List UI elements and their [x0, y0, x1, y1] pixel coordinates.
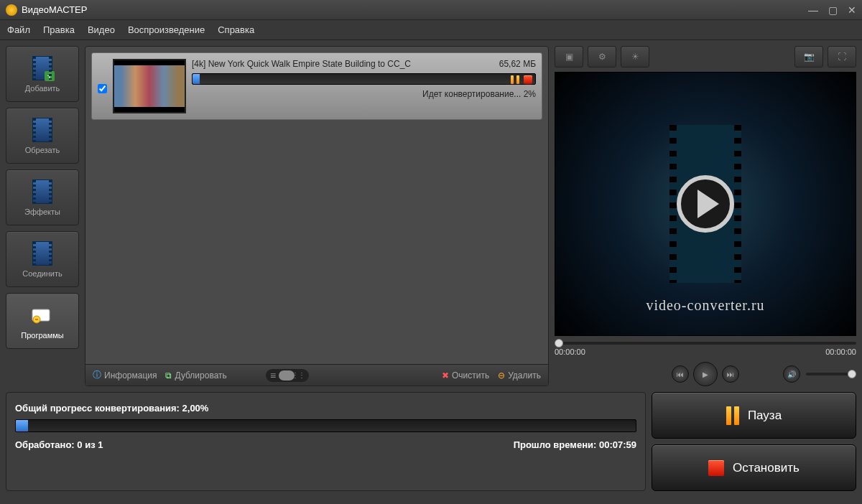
info-label: Информация: [104, 370, 157, 381]
sidebar-programs-button[interactable]: Программы: [6, 293, 79, 349]
pause-button[interactable]: Пауза: [652, 392, 856, 439]
play-overlay-icon: [677, 175, 734, 233]
duplicate-button[interactable]: ⧉Дублировать: [165, 370, 226, 381]
stop-icon: [708, 460, 724, 476]
close-button[interactable]: ✕: [848, 4, 856, 16]
file-status: Идет конвертирование... 2%: [192, 89, 536, 99]
next-button[interactable]: ⏭: [722, 365, 739, 383]
sidebar-effects-label: Эффекты: [24, 207, 60, 216]
menu-help[interactable]: Справка: [218, 24, 254, 35]
elapsed-text: Прошло времени: 00:07:59: [514, 439, 636, 450]
sidebar-effects-button[interactable]: Эффекты: [6, 169, 79, 225]
film-add-icon: +: [29, 55, 55, 81]
app-title: ВидеоМАСТЕР: [22, 4, 808, 15]
menu-playback[interactable]: Воспроизведение: [128, 24, 205, 35]
sun-icon: ☀: [631, 52, 639, 62]
play-button[interactable]: ▶: [693, 362, 718, 386]
preview-screen: video-converter.ru: [555, 72, 856, 336]
info-button[interactable]: ⓘИнформация: [93, 369, 157, 381]
file-list-toolbar: ⓘИнформация ⧉Дублировать ✖Очистить ⊖Удал…: [85, 364, 548, 386]
file-size: 65,62 МБ: [499, 59, 536, 69]
file-list-panel: [4k] New York Quick Walk Empire State Bu…: [85, 46, 549, 386]
volume-button[interactable]: 🔊: [783, 365, 800, 383]
app-icon: [6, 4, 17, 16]
fullscreen-button[interactable]: ⛶: [828, 46, 856, 67]
prev-button[interactable]: ⏮: [672, 365, 689, 383]
volume-slider[interactable]: [806, 373, 856, 375]
file-stop-button[interactable]: [522, 75, 534, 85]
settings-tool-button[interactable]: ⚙: [588, 46, 616, 67]
fullscreen-icon: ⛶: [838, 52, 846, 62]
overall-progress-label: Общий прогресс конвертирования: 2,00%: [15, 403, 636, 414]
overall-progress-bar: [15, 419, 636, 432]
sidebar-join-button[interactable]: Соединить: [6, 231, 79, 287]
time-current: 00:00:00: [555, 347, 585, 356]
pause-label: Пауза: [748, 409, 782, 423]
crop-icon: ▣: [565, 52, 573, 62]
stop-label: Остановить: [733, 461, 800, 475]
preview-panel: ▣ ⚙ ☀ 📷 ⛶ video-converter.ru 00:00:00 00…: [555, 46, 856, 386]
file-thumbnail: [113, 59, 186, 113]
camera-icon: 📷: [804, 52, 815, 62]
overall-progress-fill: [16, 420, 28, 431]
sidebar-trim-label: Обрезать: [25, 146, 60, 154]
time-total: 00:00:00: [825, 347, 856, 356]
film-join-icon: [29, 241, 55, 266]
sidebar-trim-button[interactable]: Обрезать: [6, 108, 79, 164]
brightness-tool-button[interactable]: ☀: [621, 46, 649, 67]
film-scissors-icon: [29, 117, 55, 143]
menu-video[interactable]: Видео: [88, 24, 115, 35]
file-checkbox[interactable]: [98, 84, 107, 93]
sidebar-programs-label: Программы: [21, 331, 63, 340]
clear-label: Очистить: [452, 370, 489, 381]
overall-progress-prefix: Общий прогресс конвертирования:: [15, 403, 182, 414]
delete-label: Удалить: [508, 370, 541, 381]
volume-thumb[interactable]: [848, 370, 856, 378]
delete-button[interactable]: ⊖Удалить: [498, 370, 541, 381]
view-toggle[interactable]: [266, 369, 309, 382]
file-progress-bar: [192, 73, 536, 85]
menu-file[interactable]: Файл: [7, 24, 30, 35]
sidebar-join-label: Соединить: [22, 269, 62, 278]
maximize-button[interactable]: ▢: [828, 4, 838, 16]
menu-edit[interactable]: Правка: [43, 24, 75, 35]
crop-tool-button[interactable]: ▣: [555, 46, 583, 67]
sidebar-add-button[interactable]: + Добавить: [6, 46, 79, 102]
seek-bar[interactable]: [555, 342, 856, 345]
svg-rect-2: [35, 319, 38, 320]
gear-icon: ⚙: [598, 52, 606, 62]
duplicate-label: Дублировать: [175, 370, 226, 381]
file-pause-button[interactable]: [509, 75, 521, 85]
file-progress-fill: [193, 74, 200, 84]
seek-thumb[interactable]: [555, 339, 563, 347]
file-name: [4k] New York Quick Walk Empire State Bu…: [192, 59, 411, 69]
film-wand-icon: [29, 179, 55, 205]
overall-progress-panel: Общий прогресс конвертирования: 2,00% Об…: [6, 392, 646, 491]
snapshot-button[interactable]: 📷: [794, 46, 823, 67]
clear-button[interactable]: ✖Очистить: [442, 370, 489, 381]
sidebar-add-label: Добавить: [25, 84, 60, 93]
filmstrip-graphic: [669, 125, 741, 283]
menubar: Файл Правка Видео Воспроизведение Справк…: [0, 20, 862, 40]
stop-button[interactable]: Остановить: [652, 444, 856, 491]
titlebar: ВидеоМАСТЕР — ▢ ✕: [0, 0, 862, 20]
file-item[interactable]: [4k] New York Quick Walk Empire State Bu…: [91, 52, 542, 120]
programs-icon: [29, 302, 55, 328]
minimize-button[interactable]: —: [808, 4, 818, 16]
brand-text: video-converter.ru: [646, 297, 764, 314]
pause-icon: [726, 406, 739, 425]
processed-text: Обработано: 0 из 1: [15, 439, 103, 450]
player-controls: ⏮ ▶ ⏭ 🔊: [555, 362, 856, 386]
overall-progress-pct: 2,00%: [182, 403, 209, 414]
sidebar: + Добавить Обрезать Эффекты Соединить Пр…: [6, 46, 79, 386]
